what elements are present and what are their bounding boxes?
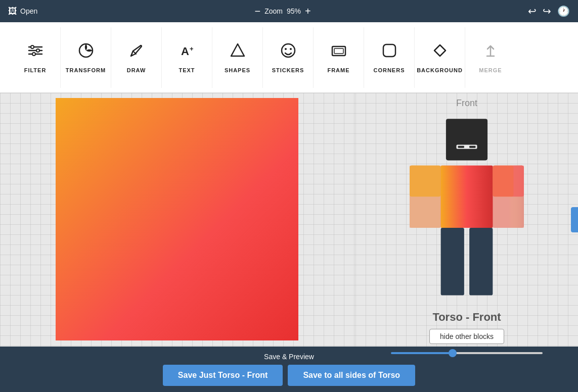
filter-icon — [27, 42, 44, 63]
character-info: Torso - Front hide other blocks — [391, 311, 543, 354]
transform-icon — [77, 42, 95, 63]
character-name: Torso - Front — [391, 311, 543, 324]
main-area: Front — [0, 93, 578, 347]
top-bar-right: ↩ ↪ 🕐 — [528, 5, 570, 17]
toolbar: FILTER TRANSFORM DRAW A + — [0, 22, 578, 93]
bottom-buttons: Save Just Torso - Front Save to all side… — [163, 365, 415, 386]
tool-frame[interactable]: FRAME — [314, 27, 364, 88]
corners-label: CORNERS — [373, 67, 405, 73]
stickers-icon — [280, 42, 297, 63]
text-label: TEXT — [179, 67, 195, 73]
tool-transform[interactable]: TRANSFORM — [61, 27, 111, 88]
svg-rect-28 — [469, 228, 493, 296]
open-icon: 🖼 — [8, 6, 17, 17]
canvas-area — [0, 93, 355, 347]
undo-button[interactable]: ↩ — [528, 5, 537, 17]
slider-container — [391, 352, 543, 354]
stickers-label: STICKERS — [272, 67, 304, 73]
open-label: Open — [20, 7, 37, 15]
svg-rect-32 — [410, 166, 441, 197]
zoom-label: Zoom — [264, 7, 283, 15]
svg-point-4 — [36, 49, 39, 52]
tool-text[interactable]: A + TEXT — [162, 27, 212, 88]
svg-rect-31 — [441, 166, 493, 228]
merge-label: MERGE — [479, 67, 502, 73]
save-all-button[interactable]: Save to all sides of Torso — [288, 365, 415, 386]
tool-merge[interactable]: MERGE — [465, 27, 516, 88]
svg-rect-34 — [493, 166, 524, 197]
merge-icon — [482, 42, 499, 63]
tool-filter[interactable]: FILTER — [10, 27, 61, 88]
top-bar: 🖼 Open − Zoom 95% + ↩ ↪ 🕐 — [0, 0, 578, 22]
tool-background[interactable]: BACKGROUND — [415, 27, 465, 88]
svg-text:A: A — [181, 45, 189, 58]
draw-label: DRAW — [127, 67, 146, 73]
top-bar-center: − Zoom 95% + — [255, 6, 311, 16]
draw-icon — [128, 42, 145, 63]
svg-rect-15 — [383, 44, 395, 57]
zoom-value: 95% — [287, 7, 301, 15]
tool-shapes[interactable]: SHAPES — [212, 27, 263, 88]
preview-view-label: Front — [456, 98, 477, 109]
svg-rect-20 — [458, 146, 464, 148]
svg-point-5 — [32, 53, 35, 56]
svg-rect-27 — [441, 228, 464, 296]
top-bar-left: 🖼 Open — [8, 6, 37, 17]
zoom-minus-button[interactable]: − — [255, 6, 261, 16]
shapes-label: SHAPES — [225, 67, 250, 73]
svg-point-11 — [285, 48, 287, 50]
frame-icon — [330, 42, 347, 63]
zoom-plus-button[interactable]: + — [305, 6, 311, 16]
svg-text:+: + — [190, 45, 194, 53]
frame-label: FRAME — [327, 67, 349, 73]
text-icon: A + — [179, 42, 196, 63]
corners-icon — [381, 42, 398, 63]
save-preview-label: Save & Preview — [264, 353, 314, 361]
character-container — [386, 114, 548, 306]
tool-draw[interactable]: DRAW — [111, 27, 162, 88]
preview-area: Front — [355, 93, 578, 347]
canvas-image[interactable] — [56, 98, 298, 340]
right-edge-tab[interactable] — [571, 207, 578, 232]
hide-blocks-button[interactable]: hide other blocks — [429, 329, 504, 344]
tool-stickers[interactable]: STICKERS — [263, 27, 314, 88]
svg-rect-21 — [469, 146, 475, 148]
shapes-icon — [229, 42, 246, 63]
redo-button[interactable]: ↪ — [543, 5, 551, 17]
transform-label: TRANSFORM — [66, 67, 106, 73]
background-icon — [431, 42, 449, 63]
svg-marker-9 — [231, 44, 244, 56]
tool-corners[interactable]: CORNERS — [364, 27, 415, 88]
history-button[interactable]: 🕐 — [557, 5, 570, 17]
save-front-button[interactable]: Save Just Torso - Front — [163, 365, 283, 386]
open-button[interactable]: 🖼 Open — [8, 6, 37, 17]
svg-rect-14 — [334, 48, 343, 54]
filter-label: FILTER — [24, 67, 47, 73]
svg-point-12 — [290, 48, 292, 50]
background-label: BACKGROUND — [417, 67, 463, 73]
svg-point-3 — [31, 45, 34, 48]
svg-rect-18 — [446, 119, 487, 160]
opacity-slider[interactable] — [391, 352, 543, 354]
